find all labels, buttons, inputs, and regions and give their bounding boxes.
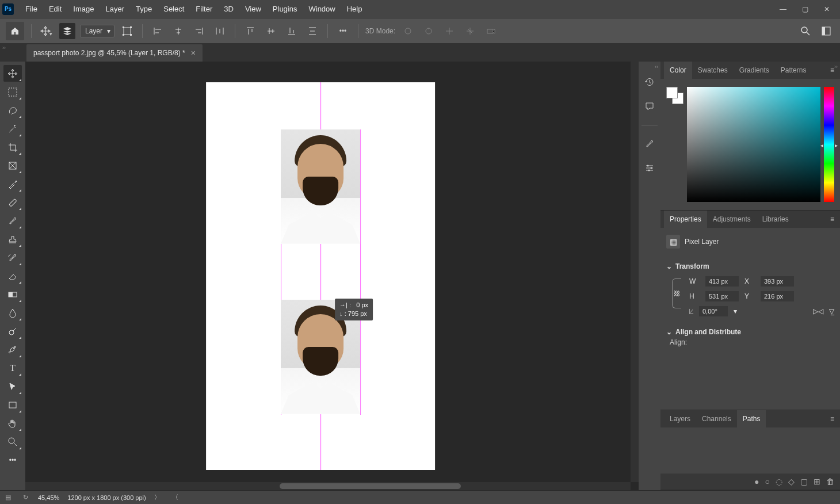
crop-tool[interactable] — [3, 139, 22, 155]
brush-tool[interactable] — [3, 212, 22, 229]
tab-layers[interactable]: Layers — [664, 410, 696, 427]
marquee-tool[interactable] — [3, 83, 22, 100]
selection-to-path-button[interactable]: ◇ — [788, 477, 795, 486]
transform-controls-toggle[interactable] — [119, 23, 135, 39]
tab-swatches[interactable]: Swatches — [692, 62, 734, 79]
x-input[interactable] — [761, 276, 794, 287]
menu-layer[interactable]: Layer — [100, 0, 131, 18]
align-right-button[interactable] — [191, 23, 207, 39]
pen-tool[interactable] — [3, 341, 22, 358]
close-tab-button[interactable]: × — [191, 48, 196, 58]
flip-h-button[interactable]: ▷◁ — [813, 307, 823, 315]
align-bottom-button[interactable] — [284, 23, 300, 39]
menu-image[interactable]: Image — [67, 0, 100, 18]
move-tool-indicator[interactable]: ▾ — [39, 23, 55, 39]
status-zoom[interactable]: 45,45% — [38, 494, 59, 501]
menu-type[interactable]: Type — [130, 0, 158, 18]
3d-slide-button[interactable] — [462, 23, 478, 39]
layers-panel-menu[interactable]: ≡ — [824, 410, 840, 427]
dodge-tool[interactable] — [3, 323, 22, 339]
expand-left-panel[interactable]: ›› — [2, 45, 6, 51]
angle-dropdown[interactable]: ▾ — [734, 307, 737, 315]
status-caret-left[interactable]: 〈 — [172, 493, 178, 502]
maximize-button[interactable]: ▢ — [794, 0, 816, 18]
transform-section-toggle[interactable]: ⌄ Transform — [666, 260, 834, 273]
color-field[interactable] — [687, 87, 820, 202]
y-input[interactable] — [761, 291, 794, 301]
edit-toolbar-button[interactable]: ••• — [3, 452, 22, 468]
close-button[interactable]: ✕ — [816, 0, 838, 18]
lasso-tool[interactable] — [3, 102, 22, 119]
tab-channels[interactable]: Channels — [696, 410, 737, 427]
menu-select[interactable]: Select — [158, 0, 190, 18]
distribute-h-button[interactable] — [212, 23, 228, 39]
move-tool[interactable] — [3, 65, 22, 82]
align-top-button[interactable] — [242, 23, 258, 39]
link-wh-button[interactable]: ⛓ — [672, 278, 681, 308]
canvas-scrollbar-h[interactable] — [25, 482, 631, 490]
align-center-v-button[interactable] — [263, 23, 279, 39]
comments-panel-icon[interactable] — [642, 98, 658, 114]
auto-select-toggle[interactable] — [59, 23, 75, 39]
align-left-button[interactable] — [150, 23, 166, 39]
tab-libraries[interactable]: Libraries — [757, 211, 795, 228]
stroke-path-button[interactable]: ○ — [765, 477, 770, 486]
fg-bg-swatches[interactable] — [666, 87, 684, 104]
history-panel-icon[interactable] — [642, 74, 658, 90]
document-tab[interactable]: passport photo 2.jpg @ 45,5% (Layer 1, R… — [26, 44, 203, 62]
search-button[interactable] — [797, 23, 814, 39]
eraser-tool[interactable] — [3, 268, 22, 284]
tab-color[interactable]: Color — [664, 62, 692, 79]
menu-view[interactable]: View — [239, 0, 267, 18]
3d-camera-button[interactable] — [483, 23, 499, 39]
delete-path-button[interactable]: 🗑 — [826, 477, 834, 486]
zoom-tool[interactable] — [3, 433, 22, 450]
tab-gradients[interactable]: Gradients — [734, 62, 775, 79]
document-canvas[interactable]: →| : 0 px ↓ : 795 px — [206, 82, 435, 470]
path-select-tool[interactable] — [3, 378, 22, 395]
hand-tool[interactable] — [3, 415, 22, 432]
canvas-scrollbar-v[interactable] — [631, 62, 639, 482]
layer-photo-1[interactable] — [281, 129, 360, 244]
tab-patterns[interactable]: Patterns — [775, 62, 812, 79]
tab-adjustments[interactable]: Adjustments — [707, 211, 757, 228]
height-input[interactable] — [705, 291, 739, 301]
menu-3d[interactable]: 3D — [218, 0, 239, 18]
mask-path-button[interactable]: ▢ — [800, 477, 808, 486]
angle-input[interactable] — [699, 306, 728, 316]
menu-window[interactable]: Window — [303, 0, 341, 18]
menu-help[interactable]: Help — [341, 0, 368, 18]
3d-pan-button[interactable] — [441, 23, 457, 39]
3d-roll-button[interactable] — [421, 23, 437, 39]
blur-tool[interactable] — [3, 304, 22, 321]
stamp-tool[interactable] — [3, 231, 22, 247]
minimize-button[interactable]: — — [772, 0, 794, 18]
workspace-button[interactable] — [818, 23, 834, 39]
guide-vertical-right[interactable] — [360, 129, 361, 415]
menu-filter[interactable]: Filter — [190, 0, 218, 18]
brushes-panel-icon[interactable] — [642, 136, 658, 152]
properties-panel-menu[interactable]: ≡ — [824, 211, 840, 228]
path-to-selection-button[interactable]: ◌ — [776, 477, 782, 486]
shape-tool[interactable] — [3, 396, 22, 413]
expand-mid-panels[interactable]: ‹‹ — [655, 64, 658, 70]
status-dims[interactable]: 1200 px x 1800 px (300 ppi) — [67, 494, 146, 501]
flip-v-button[interactable]: ▽̲ — [829, 307, 834, 315]
healing-tool[interactable] — [3, 194, 22, 211]
tab-properties[interactable]: Properties — [664, 211, 707, 228]
new-path-button[interactable]: ⊞ — [814, 477, 820, 486]
tab-paths[interactable]: Paths — [737, 410, 766, 427]
status-sync-icon[interactable]: ↻ — [21, 493, 30, 502]
align-center-h-button[interactable] — [170, 23, 186, 39]
status-doc-icon[interactable]: ▤ — [3, 493, 13, 502]
menu-file[interactable]: File — [20, 0, 43, 18]
hue-slider[interactable]: ◂▸ — [824, 87, 834, 202]
menu-edit[interactable]: Edit — [43, 0, 67, 18]
history-brush-tool[interactable] — [3, 249, 22, 266]
frame-tool[interactable] — [3, 157, 22, 174]
text-tool[interactable]: T — [3, 360, 22, 376]
collapse-right-panels[interactable]: ›› — [834, 64, 838, 70]
canvas-area[interactable]: →| : 0 px ↓ : 795 px — [25, 62, 639, 490]
more-options-button[interactable]: ••• — [335, 23, 351, 39]
width-input[interactable] — [705, 276, 739, 287]
